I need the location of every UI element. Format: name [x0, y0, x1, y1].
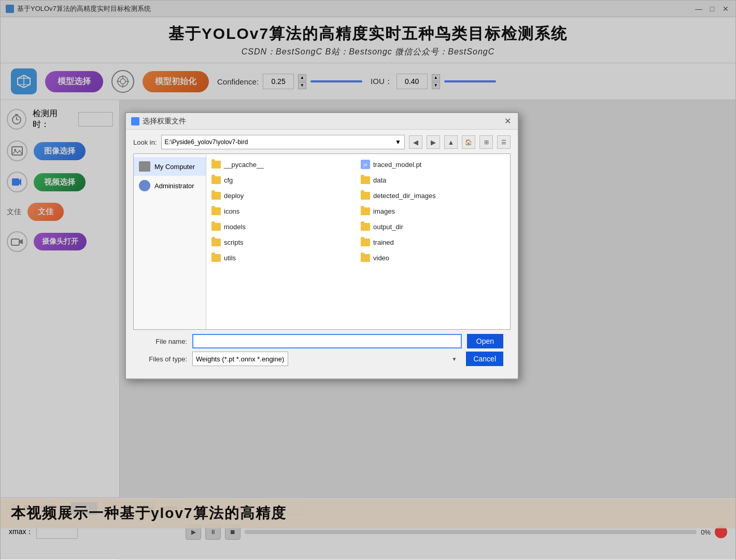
file-name: data [373, 176, 386, 184]
file-list-item[interactable]: icons [209, 204, 358, 218]
look-in-label: Look in: [133, 138, 157, 146]
file-name: scripts [224, 239, 244, 246]
sidebar-item-administrator[interactable]: Administrator [134, 176, 206, 195]
file-name: output_dir [373, 223, 403, 231]
file-dialog: 选择权重文件 ✕ Look in: E:\Pyside6_yolov7\yolo… [125, 112, 519, 380]
dialog-title-label: 选择权重文件 [143, 117, 186, 126]
folder-icon [211, 223, 221, 231]
file-type-row: Files of type: Weights (*.pt *.onnx *.en… [140, 352, 503, 366]
file-name: utils [224, 254, 236, 262]
file-list-item[interactable]: cfg [209, 173, 358, 187]
nav-forward-button[interactable]: ▶ [427, 135, 440, 149]
file-list-item[interactable]: output_dir [359, 219, 507, 234]
file-list-item[interactable]: trained [359, 235, 507, 249]
sidebar-item-my-computer[interactable]: My Computer [134, 157, 206, 176]
file-name: cfg [224, 176, 233, 184]
pt-file-icon: pt [361, 160, 370, 169]
file-name: trained [373, 239, 394, 246]
folder-icon [361, 254, 370, 262]
admin-icon [139, 180, 150, 191]
dialog-title-text: 选择权重文件 [131, 117, 186, 126]
nav-up-button[interactable]: ▲ [444, 135, 458, 149]
nav-back-button[interactable]: ◀ [409, 135, 422, 149]
folder-icon [361, 176, 370, 184]
file-list-item[interactable]: detected_dir_images [359, 188, 507, 203]
look-in-row: Look in: E:\Pyside6_yolov7\yolov7-bird ▼… [133, 135, 511, 149]
file-name-label: File name: [140, 338, 187, 345]
dialog-icon [131, 117, 139, 125]
folder-icon [211, 239, 221, 246]
view-detail-button[interactable]: ☰ [497, 135, 511, 149]
files-of-type-label: Files of type: [140, 355, 187, 363]
folder-icon [361, 207, 370, 215]
view-list-button[interactable]: ⊞ [479, 135, 493, 149]
dialog-close-button[interactable]: ✕ [502, 116, 513, 127]
folder-icon [361, 223, 370, 231]
file-name: __pycache__ [224, 161, 264, 169]
file-list-item[interactable]: models [209, 219, 358, 234]
administrator-label: Administrator [154, 182, 194, 190]
computer-icon [139, 161, 150, 172]
file-list-item[interactable]: pttraced_model.pt [359, 157, 507, 172]
file-list-item[interactable]: utils [209, 250, 358, 265]
folder-icon [211, 176, 221, 184]
file-name: detected_dir_images [373, 192, 436, 200]
folder-icon [211, 192, 221, 200]
file-type-select[interactable]: Weights (*.pt *.onnx *.engine) [192, 352, 288, 366]
folder-icon [211, 254, 221, 262]
file-list-item[interactable]: scripts [209, 235, 358, 249]
file-list-item[interactable]: __pycache__ [209, 157, 358, 172]
folder-icon [211, 161, 221, 169]
file-list-area: __pycache__pttraced_model.ptcfgdatadeplo… [206, 154, 510, 329]
cancel-button[interactable]: Cancel [466, 352, 503, 366]
file-name: images [373, 207, 395, 215]
file-name: models [224, 223, 246, 231]
file-type-wrapper: Weights (*.pt *.onnx *.engine) [192, 352, 461, 366]
open-button[interactable]: Open [467, 334, 503, 348]
file-name: video [373, 254, 389, 262]
folder-icon [361, 192, 370, 200]
file-list-item[interactable]: data [359, 173, 507, 187]
dialog-title-bar: 选择权重文件 ✕ [126, 113, 518, 130]
file-list-item[interactable]: images [359, 204, 507, 218]
dialog-content: My Computer Administrator __pycache__ptt… [133, 153, 511, 330]
dropdown-arrow-icon: ▼ [395, 138, 401, 146]
folder-icon [361, 239, 370, 246]
nav-home-button[interactable]: 🏠 [462, 135, 475, 149]
file-name: traced_model.pt [373, 161, 421, 169]
folder-icon [211, 207, 221, 215]
file-name: icons [224, 207, 239, 215]
file-name: deploy [224, 192, 244, 200]
file-list-item[interactable]: video [359, 250, 507, 265]
look-in-path: E:\Pyside6_yolov7\yolov7-bird [165, 138, 248, 146]
file-name-input[interactable] [192, 334, 462, 348]
my-computer-label: My Computer [154, 163, 195, 171]
main-window: 基于YOLOv7算法的高精度实时目标检测系统 — □ ✕ 基于YOLOv7算法的… [0, 0, 736, 560]
file-name-row: File name: Open [140, 334, 503, 348]
look-in-dropdown[interactable]: E:\Pyside6_yolov7\yolov7-bird ▼ [161, 135, 405, 149]
dialog-body: Look in: E:\Pyside6_yolov7\yolov7-bird ▼… [126, 130, 518, 379]
dialog-sidebar-panel: My Computer Administrator [134, 154, 206, 329]
dialog-footer: File name: Open Files of type: Weights (… [133, 330, 511, 373]
file-list-item[interactable]: deploy [209, 188, 358, 203]
